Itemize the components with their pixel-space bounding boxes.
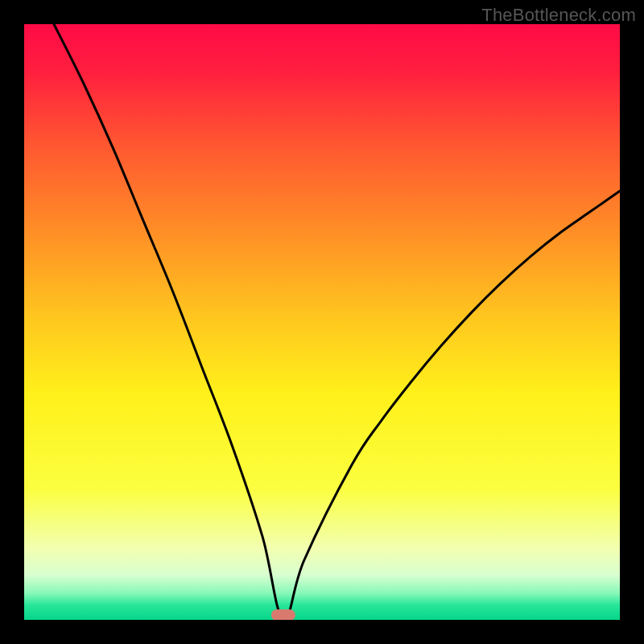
plot-area [24, 24, 620, 620]
chart-frame: TheBottleneck.com [0, 0, 644, 644]
watermark-text: TheBottleneck.com [481, 5, 636, 26]
gradient-background [24, 24, 620, 620]
optimum-marker [271, 609, 295, 620]
chart-svg [24, 24, 620, 620]
